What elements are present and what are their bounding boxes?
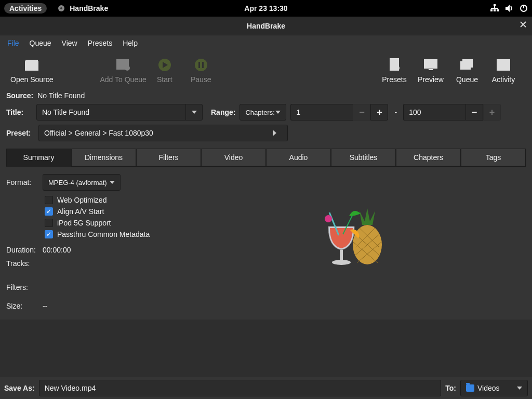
- network-icon[interactable]: [490, 4, 499, 12]
- size-label: Size:: [6, 302, 43, 310]
- svg-rect-29: [429, 69, 433, 70]
- check-ipod-5g[interactable]: iPod 5G Support: [45, 219, 178, 227]
- range-from-plus[interactable]: +: [370, 104, 388, 121]
- svg-rect-5: [497, 9, 499, 11]
- window-title: HandBrake: [247, 22, 285, 30]
- svg-rect-3: [490, 9, 493, 11]
- menu-help[interactable]: Help: [118, 37, 142, 49]
- title-label: Title:: [6, 108, 32, 116]
- chevron-down-icon: [517, 385, 522, 391]
- preview-button[interactable]: Preview: [413, 57, 449, 84]
- check-align-av-label: Align A/V Start: [57, 207, 104, 216]
- range-to-plus[interactable]: +: [483, 104, 501, 121]
- svg-rect-32: [497, 60, 510, 70]
- start-label: Start: [157, 75, 172, 84]
- preset-label: Preset:: [6, 129, 34, 137]
- destination-value: Videos: [477, 384, 500, 392]
- tab-audio[interactable]: Audio: [266, 149, 331, 167]
- menu-file[interactable]: File: [3, 37, 23, 49]
- film-clapper-icon: [24, 58, 39, 72]
- chevron-down-icon: [275, 110, 281, 115]
- image-plus-icon: +: [116, 58, 130, 72]
- preview-label: Preview: [418, 75, 444, 84]
- clock[interactable]: Apr 23 13:30: [244, 4, 287, 12]
- svg-point-1: [60, 7, 62, 9]
- tab-filters[interactable]: Filters: [136, 149, 201, 167]
- range-from-minus[interactable]: −: [353, 104, 370, 121]
- handbrake-app-icon: [57, 4, 65, 12]
- gnome-top-bar: Activities HandBrake Apr 23 13:30: [0, 0, 532, 17]
- presets-label: Presets: [382, 75, 406, 84]
- tab-video[interactable]: Video: [201, 149, 266, 167]
- menu-view[interactable]: View: [58, 37, 82, 49]
- queue-button[interactable]: Queue: [449, 57, 485, 84]
- source-label: Source:: [6, 91, 33, 100]
- duration-value: 00:00:00: [43, 246, 71, 254]
- filters-label: Filters:: [6, 283, 43, 291]
- chevron-down-icon: [110, 180, 115, 185]
- handbrake-logo-art: [313, 198, 391, 271]
- svg-rect-10: [523, 5, 524, 8]
- preset-combo[interactable]: Official > General > Fast 1080p30: [38, 125, 288, 141]
- add-to-queue-label: Add To Queue: [100, 75, 147, 84]
- checkbox-checked-icon: ✓: [45, 230, 53, 238]
- chevron-down-icon: [192, 110, 197, 115]
- check-passthru-metadata[interactable]: ✓ Passthru Common Metadata: [45, 230, 178, 238]
- activity-log-icon: [496, 58, 511, 72]
- pause-label: Pause: [191, 75, 211, 84]
- save-as-input[interactable]: New Video.mp4: [39, 380, 442, 396]
- images-stack-icon: [460, 58, 474, 72]
- destination-combo[interactable]: Videos: [460, 380, 528, 396]
- tab-summary[interactable]: Summary: [6, 149, 71, 167]
- close-button[interactable]: [520, 21, 527, 30]
- check-align-av[interactable]: ✓ Align A/V Start: [45, 207, 178, 216]
- presets-button[interactable]: Presets: [376, 57, 413, 84]
- activity-button[interactable]: Activity: [485, 57, 522, 84]
- pause-icon: [194, 58, 208, 72]
- tab-subtitles[interactable]: Subtitles: [331, 149, 396, 167]
- app-indicator[interactable]: HandBrake: [57, 4, 108, 12]
- play-icon: [157, 58, 172, 72]
- tab-tags[interactable]: Tags: [461, 149, 526, 167]
- tab-chapters[interactable]: Chapters: [396, 149, 461, 167]
- menu-queue[interactable]: Queue: [25, 37, 56, 49]
- window-titlebar: HandBrake: [0, 17, 532, 35]
- range-to-minus[interactable]: −: [466, 104, 483, 121]
- chevron-right-icon: [272, 130, 277, 136]
- title-combo-value: No Title Found: [42, 108, 89, 116]
- check-passthru-metadata-label: Passthru Common Metadata: [57, 230, 150, 238]
- checkbox-unchecked-icon: [45, 219, 53, 227]
- range-to-value[interactable]: 100: [403, 104, 466, 121]
- power-icon[interactable]: [520, 4, 528, 12]
- bottom-bar: Save As: New Video.mp4 To: Videos: [0, 377, 532, 399]
- svg-marker-38: [273, 130, 276, 136]
- range-from-value[interactable]: 1: [290, 104, 353, 121]
- title-combo[interactable]: No Title Found: [36, 104, 203, 121]
- app-name: HandBrake: [70, 4, 108, 12]
- range-type-combo[interactable]: Chapters:: [240, 104, 286, 121]
- svg-point-52: [325, 215, 332, 222]
- activities-button[interactable]: Activities: [4, 3, 47, 14]
- pause-button[interactable]: Pause: [183, 57, 219, 84]
- start-button[interactable]: Start: [147, 57, 183, 84]
- checkbox-checked-icon: ✓: [45, 207, 53, 216]
- add-to-queue-button[interactable]: + Add To Queue: [100, 57, 147, 84]
- svg-point-49: [332, 260, 351, 265]
- menu-presets[interactable]: Presets: [84, 37, 116, 49]
- range-dash: -: [392, 108, 399, 116]
- tab-dimensions[interactable]: Dimensions: [71, 149, 136, 167]
- monitor-play-icon: [423, 58, 438, 72]
- menu-bar: File Queue View Presets Help: [0, 35, 532, 51]
- svg-rect-2: [494, 4, 496, 6]
- svg-point-26: [395, 66, 400, 70]
- range-from-spin[interactable]: 1 − +: [290, 104, 388, 121]
- toolbar: Open Source + Add To Queue Start Pause P…: [0, 51, 532, 87]
- volume-icon[interactable]: [505, 4, 513, 12]
- open-source-button[interactable]: Open Source: [10, 57, 54, 84]
- svg-text:+: +: [126, 66, 129, 71]
- svg-marker-37: [275, 111, 281, 114]
- svg-marker-39: [110, 181, 115, 184]
- check-web-optimized[interactable]: Web Optimized: [45, 196, 178, 204]
- format-combo[interactable]: MPEG-4 (avformat): [43, 174, 121, 191]
- range-to-spin[interactable]: 100 − +: [403, 104, 501, 121]
